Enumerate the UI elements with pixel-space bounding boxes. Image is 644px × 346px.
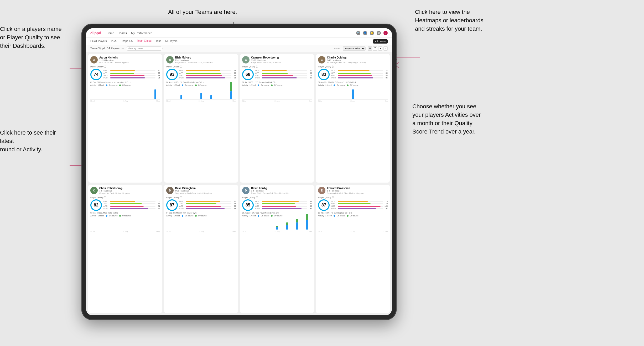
user-avatar[interactable]: U — [383, 31, 388, 35]
filter-button[interactable]: ▼ — [378, 46, 382, 51]
putt-value: 91 — [156, 207, 160, 209]
quality-score[interactable]: 85 — [242, 199, 254, 211]
arg-bar-bg — [110, 75, 155, 76]
chart-label-1: 21 Aug — [350, 100, 355, 102]
quality-body[interactable]: 93 OTT 84 APP 85 ARG 88 — [166, 69, 236, 80]
add-team-button[interactable]: Add Team — [373, 39, 388, 44]
last-round[interactable]: 02 Sep 23 | Sunset round to get back int… — [90, 81, 160, 83]
chart-label-1: 21 Aug — [123, 100, 128, 102]
last-round[interactable]: 18 Jul 23 | 74 (+4), Sunningdale GC - Ol… — [318, 212, 388, 214]
quality-body[interactable]: 82 OTT 60 APP 77 ARG 81 — [90, 199, 160, 211]
quality-body[interactable]: 83 OTT 77 APP 80 ARG 83 — [318, 69, 388, 80]
player-name[interactable]: David Ford✓ — [251, 187, 312, 190]
player-name[interactable]: Cameron Robertson✓ — [251, 56, 312, 59]
activity-chart — [242, 217, 312, 230]
quality-body[interactable]: 74 OTT 60 APP 58 ARG 84 — [90, 69, 160, 80]
player-name[interactable]: Edward Crossman — [327, 187, 388, 190]
chart-bar-3 — [196, 93, 206, 99]
show-select[interactable]: Player Activity — [343, 46, 366, 51]
player-name[interactable]: Charlie Quick✓ — [327, 56, 388, 59]
view-toggle: ⊞ ☰ ▼ ↕ — [368, 46, 388, 51]
chart-label-1: 21 Aug — [123, 231, 128, 232]
putt-value: 92 — [384, 207, 388, 209]
chart-bar-6 — [226, 82, 236, 99]
quality-stats: OTT 73 APP 79 ARG 103 P — [331, 200, 388, 210]
quality-score[interactable]: 87 — [166, 199, 178, 211]
sub-nav-team-clippd[interactable]: Team Clippd — [137, 39, 152, 43]
sub-nav-tour[interactable]: Tour — [156, 40, 161, 43]
chart-labels: 31 Jul21 Aug4 Sep — [90, 231, 160, 232]
nav-home[interactable]: Home — [106, 31, 114, 35]
player-info: Aaron Nicholls 11-15 Handicap Drift Golf… — [99, 56, 160, 64]
app-value: 74 — [232, 203, 236, 205]
grid-view-button[interactable]: ⊞ — [368, 46, 372, 51]
player-handicap: 1-5 Handicap — [99, 190, 160, 192]
profile-icon[interactable]: 👤 — [363, 31, 367, 35]
nav-performance[interactable]: My Performance — [131, 31, 152, 35]
team-search-input[interactable] — [126, 46, 163, 51]
sub-nav-pgat[interactable]: PGAT Players — [90, 40, 107, 43]
app-value: 58 — [156, 72, 160, 74]
ott-value: 61 — [308, 70, 312, 72]
verified-badge: ✓ — [277, 57, 279, 59]
arg-stat: ARG 75 — [255, 74, 312, 76]
quality-body[interactable]: 85 OTT 89 APP 80 ARG 83 — [242, 199, 312, 211]
ott-bar-bg — [110, 201, 155, 202]
chart-label-2: 4 Sep — [308, 231, 312, 232]
activity-header: Activity · 1 Month On course Off course — [166, 84, 236, 86]
chart-label-0: 31 Jul — [242, 231, 246, 232]
app-bar-bg — [262, 203, 307, 204]
last-round[interactable]: 07 Aug 23 | 77 (+7), St George's Hill GC… — [318, 81, 388, 83]
last-round[interactable]: 26 Aug 23 | 84 (+12), Royal North Devon … — [242, 212, 312, 214]
chart-labels: 31 Jul21 Aug4 Sep — [318, 231, 388, 232]
quality-score[interactable]: 68 — [242, 69, 254, 80]
arg-bar-bg — [262, 75, 307, 76]
quality-body[interactable]: 68 OTT 61 APP 63 ARG 75 — [242, 69, 312, 80]
arg-bar-bg — [262, 206, 307, 207]
chart-labels: 31 Jul21 Aug4 Sep — [90, 100, 160, 102]
app-header: clippd Home Teams My Performance 🔍 👤 🔔 ⚙… — [86, 28, 392, 38]
last-round[interactable]: 26 Aug 23 | 73 (+1), Royal North Devon G… — [166, 81, 236, 83]
sub-nav-hcaps[interactable]: Hcaps 1-5 — [121, 40, 133, 43]
last-round[interactable]: 02 Jul 23 | 59 (+17), Craigmillar Park G… — [242, 81, 312, 83]
activity-title: Activity · 1 Month — [242, 84, 256, 86]
quality-score[interactable]: 83 — [318, 69, 330, 80]
player-avatar: D — [242, 187, 250, 194]
activity-header: Activity · 1 Month On course Off course — [242, 215, 312, 217]
player-name[interactable]: Dave Billingham — [175, 187, 236, 190]
last-round[interactable]: 03 Mar 23 | 19, Must make putting → — [90, 212, 160, 214]
chart-label-0: 31 Jul — [242, 100, 246, 102]
quality-body[interactable]: 87 OTT 82 APP 74 ARG 85 — [166, 199, 236, 211]
player-name[interactable]: Chris Robertson✓ — [99, 187, 160, 190]
player-name[interactable]: Aaron Nicholls — [99, 56, 160, 59]
offcourse-label: Off course — [122, 215, 131, 217]
putt-label: PUTT — [179, 207, 185, 209]
quality-score[interactable]: 93 — [166, 69, 178, 80]
app-value: 85 — [232, 72, 236, 74]
chart-bar-5 — [292, 219, 302, 230]
sort-button[interactable]: ↕ — [383, 46, 388, 51]
sub-nav-all-players[interactable]: All Players — [165, 40, 177, 43]
nav-teams[interactable]: Teams — [118, 31, 127, 35]
last-round[interactable]: 04 Sep 23 | Mobility with coach, Gym → — [166, 212, 236, 214]
player-header: B Blair McHarg Plus Handicap Royal North… — [166, 56, 236, 64]
player-handicap: Plus Handicap — [175, 59, 236, 61]
settings-icon[interactable]: ⚙ — [377, 31, 381, 35]
quality-body[interactable]: 87 OTT 73 APP 79 ARG 103 — [318, 199, 388, 211]
quality-score[interactable]: 82 — [90, 199, 102, 211]
list-view-button[interactable]: ☰ — [373, 46, 377, 51]
arg-stat: ARG 88 — [179, 74, 236, 76]
team-bar-title: Team Clippd | 14 Players — [90, 47, 120, 50]
search-icon[interactable]: 🔍 — [356, 31, 360, 35]
team-edit-icon[interactable]: ✏ — [122, 47, 124, 50]
activity-chart — [166, 217, 236, 230]
arg-label: ARG — [179, 74, 185, 76]
putt-stat: PUTT 86 — [331, 77, 388, 79]
quality-score[interactable]: 87 — [318, 199, 330, 211]
sub-nav-pga[interactable]: PGA — [111, 40, 116, 43]
player-name[interactable]: Blair McHarg — [175, 56, 236, 59]
app-stat: APP 63 — [255, 72, 312, 74]
quality-score[interactable]: 74 — [90, 69, 102, 80]
putt-label: PUTT — [255, 77, 261, 79]
notification-icon[interactable]: 🔔 — [370, 31, 374, 35]
